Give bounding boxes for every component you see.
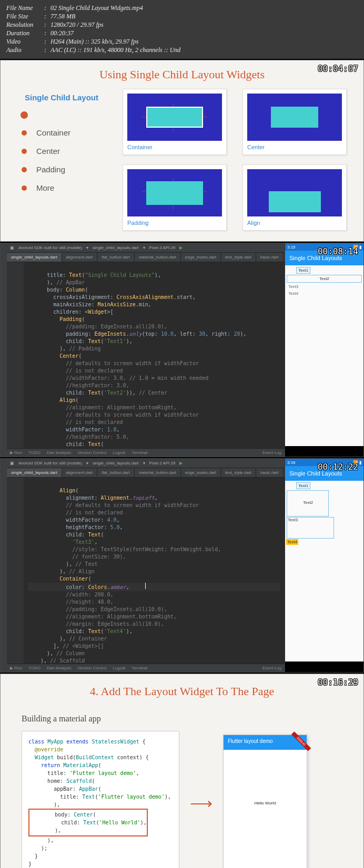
run-config[interactable]: single_child_layouts.dart bbox=[93, 245, 139, 250]
file-metadata-panel: File Name:02 Single Child Layout Widgets… bbox=[0, 0, 364, 59]
tab[interactable]: material_button.dart bbox=[135, 253, 181, 262]
emu-text4: Text4 bbox=[287, 291, 300, 296]
meta-audio-label: Audio bbox=[6, 46, 44, 54]
timestamp: 00:16:29 bbox=[318, 677, 358, 687]
tab[interactable]: basic.dart bbox=[256, 253, 284, 262]
nav-dot-icon bbox=[22, 149, 27, 154]
meta-video-value: H264 (Main) :: 325 kb/s, 29.97 fps bbox=[50, 38, 138, 46]
emu-navbar[interactable] bbox=[285, 446, 363, 457]
tab-main[interactable]: single_child_layouts.dart bbox=[7, 253, 62, 262]
caption: Padding bbox=[127, 220, 222, 226]
arrow-right-icon: ⟶ bbox=[190, 794, 213, 812]
emu-text1: Text1 bbox=[296, 482, 310, 489]
meta-filename-label: File Name bbox=[6, 4, 44, 12]
tab[interactable]: edge_insets.dart bbox=[181, 253, 221, 262]
nav-item-container: Container bbox=[36, 128, 70, 137]
emu-text1: Text1 bbox=[296, 267, 310, 274]
ide-panel-1: 00:08:14 ▣Android SDK built for x86 (mob… bbox=[0, 243, 364, 457]
emu-text4: Text4 bbox=[286, 539, 298, 545]
emu-text3: Text3 bbox=[287, 284, 300, 290]
slide-1: 00:04:07 Using Single Child Layout Widge… bbox=[0, 60, 364, 242]
emu-text2: Text2 bbox=[303, 500, 313, 505]
caption: Center bbox=[247, 144, 342, 150]
tab[interactable]: text_style.dart bbox=[221, 253, 256, 262]
caption: Container bbox=[127, 144, 222, 150]
tab[interactable]: alignment.dart bbox=[62, 253, 98, 262]
timestamp: 00:04:07 bbox=[318, 64, 358, 74]
timestamp: 00:12:22 bbox=[318, 462, 358, 472]
ide-statusbar[interactable]: ▶ Run TODO Dart Analysis Version Control… bbox=[7, 448, 285, 457]
phone-body-text: Hello World bbox=[254, 801, 276, 805]
slide-title: Using Single Child Layout Widgets bbox=[17, 68, 347, 81]
ide-toolbar[interactable]: ▣Android SDK built for x86 (mobile) ▾sin… bbox=[7, 243, 285, 253]
slide-title: 4. Add The Layout Widget To The Page bbox=[22, 685, 342, 698]
nav-dot-icon bbox=[22, 167, 27, 172]
emu-navbar[interactable] bbox=[285, 662, 363, 672]
ide-panel-2: 00:12:22 ▣Android SDK built for x86 (mob… bbox=[0, 458, 364, 673]
meta-duration-value: 00:20:37 bbox=[50, 29, 74, 37]
code-sample: class MyApp extends StatelessWidget { @o… bbox=[22, 731, 179, 868]
device-2[interactable]: Pixel 2 API 29 bbox=[149, 245, 176, 250]
meta-video-label: Video bbox=[6, 38, 44, 46]
emu-body: Text1 Text2 Text3 Text4 bbox=[285, 481, 363, 662]
nav-item-center: Center bbox=[36, 147, 60, 156]
meta-filesize-value: 77.58 MB bbox=[50, 13, 75, 20]
nav-dot-icon bbox=[22, 185, 27, 191]
emu-text2: Text2 bbox=[318, 276, 331, 282]
ide-left-gutter bbox=[1, 459, 7, 672]
widget-padding: ↕↔↔↕ Padding bbox=[123, 164, 227, 231]
nav-item-more: More bbox=[36, 183, 54, 192]
slide-subtitle: Building a material app bbox=[22, 714, 342, 724]
ide-left-gutter bbox=[1, 243, 7, 457]
slide-4: 00:16:29 4. Add The Layout Widget To The… bbox=[0, 674, 364, 868]
widget-container: ↕↔↔↕ Container bbox=[123, 89, 227, 155]
device-selector[interactable]: Android SDK built for x86 (mobile) bbox=[18, 245, 82, 250]
phone-mockup: DEBUG Flutter layout demo Hello World bbox=[223, 735, 307, 868]
code-editor[interactable]: Align( alignment: Alignment.topLeft, // … bbox=[7, 478, 285, 664]
nav-list: Single Child Layout Container Center Pad… bbox=[17, 89, 107, 231]
meta-resolution-value: 1280x720 / 29.97 fps bbox=[50, 21, 104, 29]
meta-audio-value: AAC (LC) :: 191 kb/s, 48000 Hz, 2 channe… bbox=[50, 46, 180, 54]
meta-resolution-label: Resolution bbox=[6, 21, 44, 29]
emulator-2[interactable]: 3:19📶 ▮ Single Child Layouts Text1 Text2… bbox=[285, 459, 363, 672]
emulator-1[interactable]: 3:15📶 ▮ Single Child Layouts Text1 Text2… bbox=[285, 243, 363, 457]
editor-tabs[interactable]: single_child_layouts.dart alignment.dart… bbox=[7, 468, 285, 478]
widget-center: Center bbox=[242, 89, 347, 155]
timestamp: 00:08:14 bbox=[318, 246, 358, 256]
nav-dot-icon bbox=[22, 130, 27, 136]
ide-statusbar[interactable]: ▶ Run TODO Dart Analysis Version Control… bbox=[7, 664, 285, 672]
meta-filesize-label: File Size bbox=[6, 13, 44, 20]
editor-tabs[interactable]: single_child_layouts.dart alignment.dart… bbox=[7, 253, 285, 262]
emu-text3: Text3 bbox=[287, 517, 298, 523]
tab[interactable]: flat_button.dart bbox=[97, 253, 134, 262]
emu-body: Text1 Text2 Text3 Text4 bbox=[285, 265, 363, 446]
ide-toolbar[interactable]: ▣Android SDK built for x86 (mobile) ▾sin… bbox=[7, 459, 285, 468]
meta-filename-value: 02 Single Child Layout Widgets.mp4 bbox=[50, 4, 143, 12]
nav-title: Single Child Layout bbox=[25, 93, 107, 102]
widget-align: Align bbox=[242, 164, 347, 231]
nav-item-padding: Padding bbox=[36, 165, 65, 174]
caption: Align bbox=[247, 220, 342, 226]
nav-dot-icon bbox=[21, 111, 28, 119]
meta-duration-label: Duration bbox=[6, 29, 44, 37]
code-editor[interactable]: title: Text("Single Child Layouts"), ), … bbox=[7, 262, 285, 448]
